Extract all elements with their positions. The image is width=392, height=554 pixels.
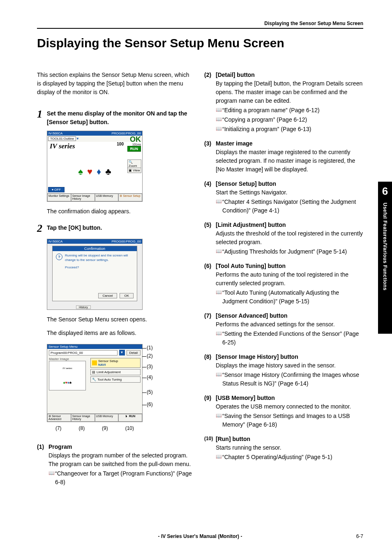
book-icon: 📖 — [216, 198, 222, 205]
item-1: (1) Program Displays the program number … — [37, 443, 192, 487]
book-icon: 📖 — [216, 412, 222, 419]
page-title: Displaying the Sensor Setup Menu Screen — [37, 36, 363, 50]
ssm-usb-button[interactable]: USB Memory — [95, 414, 119, 422]
ssm-tool-auto-tuning-button[interactable]: 🔧 Tool Auto Tuning — [90, 376, 141, 383]
item-8-ref: “Sensor Image History (Confirming the Im… — [222, 371, 363, 388]
screenshot-1: IV-500CA PROG00:PROG_00 TOOL01:Outline ▼… — [47, 131, 143, 203]
chapter-number: 6 — [382, 185, 388, 198]
step-1-number: 1 — [37, 108, 47, 120]
question-icon: ? — [56, 254, 62, 260]
item-6: (6) [Tool Auto Tuning] button Performs t… — [204, 262, 363, 306]
item-1-ref: “Changeover for a Target (Program Functi… — [55, 469, 192, 487]
dialog-proceed: Proceed? — [65, 265, 134, 270]
item-5: (5) [Limit Adjustment] button Adjusts th… — [204, 221, 363, 256]
step-2-title: Tap the [OK] button. — [47, 222, 102, 232]
item-7-num: (7) — [204, 312, 216, 320]
item-2-body: By tapping the [Detail] button, the Prog… — [216, 79, 363, 105]
callout-6: (6) — [147, 402, 153, 407]
dev1-sensor-setup-button[interactable]: ⚙ Sensor Setup — [118, 194, 142, 201]
spade-icon: ♠ — [78, 166, 83, 177]
callout-10: (10) — [125, 425, 134, 431]
footer-manual-title: - IV Series User's Manual (Monitor) - — [37, 533, 363, 539]
item-2-ref1: “Editing a program name” (Page 6-12) — [222, 106, 320, 115]
dev1-zoom-button[interactable]: 🔍 Zoom — [127, 159, 141, 169]
item-5-title: [Limit Adjustment] button — [216, 221, 286, 229]
chevron-down-icon[interactable]: ▼ — [119, 350, 125, 355]
screenshot-2: IV-500CA PROG00:PROG_00 Confirmation ? R… — [47, 239, 143, 311]
dialog-history-tab[interactable]: History — [76, 305, 91, 309]
gear-icon — [92, 360, 97, 365]
right-column: (2) [Detail] button By tapping the [Deta… — [204, 71, 363, 492]
page-header: Displaying the Sensor Setup Menu Screen — [37, 21, 363, 29]
chapter-side-tab: 6 Useful Features/Various Functions — [378, 182, 392, 334]
header-breadcrumb: Displaying the Sensor Setup Menu Screen — [264, 21, 363, 26]
ssm-program-select[interactable]: Program00:PROG_00 — [49, 350, 118, 355]
step-2-caption-1: The Sensor Setup Menu screen opens. — [47, 315, 192, 324]
ssm-sensor-history-button[interactable]: Sensor Image History — [71, 414, 95, 422]
ssm-titlebar: Sensor Setup Menu — [47, 344, 142, 349]
book-icon: 📖 — [216, 453, 222, 460]
item-2-ref3: “Initializing a program” (Page 6-13) — [222, 125, 311, 134]
dev1-view-button[interactable]: ▣ View — [127, 168, 141, 173]
dev1-run-badge: RUN — [127, 146, 141, 152]
item-8-title: [Sensor Image History] button — [216, 353, 298, 361]
item-6-num: (6) — [204, 262, 216, 270]
item-3-num: (3) — [204, 139, 216, 148]
ssm-sensor-setup-button[interactable]: Sensor Setup NAVI — [90, 358, 141, 368]
item-4-num: (4) — [204, 180, 216, 188]
item-6-title: [Tool Auto Tuning] button — [216, 262, 286, 270]
book-icon: 📖 — [216, 247, 222, 255]
item-4-title: [Sensor Setup] button — [216, 180, 276, 188]
item-2: (2) [Detail] button By tapping the [Deta… — [204, 71, 363, 134]
ssm-sensor-advanced-button[interactable]: ⚙ Sensor Advanced — [47, 414, 71, 422]
heart-icon: ♥ — [87, 166, 92, 177]
dev1-ok: OK — [127, 136, 141, 143]
intro-text: This section explains the Sensor Setup M… — [37, 71, 192, 97]
sensor-setup-menu-screenshot: Sensor Setup Menu Program00:PROG_00 ▼ De… — [47, 344, 143, 422]
item-9: (9) [USB Memory] button Operates the USB… — [204, 394, 363, 429]
item-10-num: (10) — [204, 435, 216, 443]
dev1-usb-button[interactable]: USB Memory — [95, 194, 119, 201]
item-4-ref: “Chapter 4 Settings Navigator (Setting t… — [222, 198, 363, 215]
ssm-detail-button[interactable]: Detail — [127, 350, 141, 355]
dev1-model: IV-500CA — [48, 132, 62, 135]
callout-5: (5) — [147, 389, 153, 395]
dialog-title: Confirmation — [53, 246, 137, 251]
item-10: (10) [Run] button Starts running the sen… — [204, 435, 363, 462]
dialog-cancel-button[interactable]: Cancel — [98, 293, 118, 298]
item-3-body: Displays the master image registered to … — [216, 148, 363, 174]
item-5-ref: “Adjusting Thresholds for Judgment” (Pag… — [222, 247, 347, 256]
dev1-off-button[interactable]: ▾ OFF — [48, 187, 65, 192]
dev1-sensor-history-button[interactable]: Sensor Image History — [71, 194, 95, 201]
ssm-run-button[interactable]: ⏵ RUN — [118, 414, 142, 422]
step-2-caption-2: The displayed items are as follows. — [47, 328, 192, 337]
book-icon: 📖 — [216, 106, 222, 113]
dev1-monitor-settings-button[interactable]: Monitor Settings — [47, 194, 71, 201]
callout-1: (1) — [147, 345, 153, 351]
item-5-body: Adjusts the threshold of the tool regist… — [216, 229, 363, 247]
page-footer: - IV Series User's Manual (Monitor) - 6-… — [37, 533, 363, 539]
item-9-ref: “Saving the Sensor Settings and Images t… — [222, 412, 363, 429]
item-4: (4) [Sensor Setup] button Start the Sett… — [204, 180, 363, 215]
left-column: This section explains the Sensor Setup M… — [37, 71, 192, 492]
ssm-master-label: Master Image — [49, 357, 88, 361]
callout-3: (3) — [147, 364, 153, 369]
item-2-num: (2) — [204, 71, 216, 79]
item-8-num: (8) — [204, 353, 216, 361]
step-2: 2 Tap the [OK] button. IV-500CA PROG00:P… — [37, 222, 192, 337]
callout-9: (9) — [102, 425, 108, 431]
ssm-limit-adjustment-button[interactable]: ▤ Limit Adjustment — [90, 369, 141, 375]
diamond-icon: ♦ — [97, 166, 101, 177]
book-icon: 📖 — [216, 289, 222, 296]
slider-icon: ▤ — [92, 370, 95, 374]
item-5-num: (5) — [204, 221, 216, 229]
book-icon: 📖 — [216, 115, 222, 123]
item-4-body: Start the Settings Navigator. — [216, 188, 363, 197]
dialog-ok-button[interactable]: OK — [120, 293, 134, 298]
item-8: (8) [Sensor Image History] button Displa… — [204, 353, 363, 388]
item-7-body: Performs the advanced settings for the s… — [216, 320, 363, 329]
callout-2: (2) — [147, 353, 153, 359]
dialog-text: Running will be stopped and the screen w… — [65, 254, 134, 262]
dev1-tool-select[interactable]: TOOL01:Outline — [48, 136, 76, 141]
step-1-title: Set the menu display of the monitor ON a… — [47, 108, 192, 127]
